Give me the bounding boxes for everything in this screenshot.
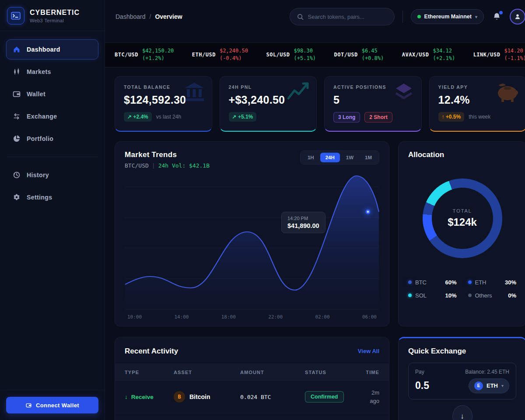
- pay-label: Pay: [415, 369, 424, 375]
- sidebar-item-wallet[interactable]: Wallet: [6, 84, 98, 104]
- search-icon: [297, 14, 304, 20]
- ticker-item-dot[interactable]: DOT/USD $6.45(+0.8%): [334, 47, 384, 63]
- trend-icon: [287, 82, 310, 101]
- ticker-change: (-0.4%): [220, 55, 248, 62]
- piggy-bank-icon: [495, 82, 520, 103]
- ticker-change: (+2.1%): [433, 55, 455, 62]
- legend-item-sol: SOL 10%: [408, 292, 457, 299]
- column-type: TYPE: [125, 370, 174, 375]
- recent-activity-title: Recent Activity: [125, 347, 178, 356]
- sidebar: CYBERNETIC Web3 Terminal Dashboard Marke…: [0, 0, 105, 420]
- connect-wallet-label: Connect Wallet: [36, 402, 79, 409]
- search-box[interactable]: [290, 8, 395, 25]
- arrow-down-icon: ↓: [460, 412, 464, 420]
- sidebar-item-label: Settings: [27, 194, 52, 201]
- sidebar-item-label: Markets: [27, 68, 51, 75]
- allocation-panel: Allocation TOTAL $124k BTC: [398, 141, 525, 326]
- network-selector[interactable]: Ethereum Mainnet ▾: [411, 9, 484, 24]
- chevron-down-icon: ▾: [475, 14, 477, 19]
- stat-cards-row: TOTAL BALANCE $124,592.30 ↗ +2.4% vs las…: [115, 76, 525, 132]
- ticker-price: $42,150.20: [142, 47, 174, 55]
- market-trends-panel: Market Trends BTC/USD|24h Vol: $42.1B 1H…: [115, 141, 389, 326]
- status-badge: Confirmed: [305, 391, 344, 402]
- ticker-item-link[interactable]: LINK/USD $14.20(-1.1%): [473, 47, 525, 63]
- token-selector[interactable]: E ETH ▾: [469, 378, 509, 393]
- topbar-divider: [402, 10, 403, 23]
- tab-1h[interactable]: 1H: [302, 153, 319, 162]
- brand: CYBERNETIC Web3 Terminal: [0, 0, 105, 31]
- connect-wallet-button[interactable]: Connect Wallet: [6, 397, 98, 413]
- notifications-button[interactable]: [492, 11, 502, 22]
- ticker-price: $2,240.50: [220, 47, 248, 55]
- sidebar-nav: Dashboard Markets Wallet Exchange Portfo…: [0, 31, 105, 390]
- ticker-price: $6.45: [362, 47, 384, 55]
- sidebar-item-portfolio[interactable]: Portfolio: [6, 129, 98, 149]
- column-asset: ASSET: [174, 370, 240, 375]
- sidebar-divider: [7, 157, 98, 157]
- sidebar-item-settings[interactable]: Settings: [6, 187, 98, 207]
- app-root: CYBERNETIC Web3 Terminal Dashboard Marke…: [0, 0, 525, 420]
- brand-name: CYBERNETIC: [30, 9, 80, 17]
- sidebar-item-label: Portfolio: [27, 135, 53, 142]
- chart-point-marker: [366, 209, 371, 214]
- history-clock-icon: [13, 171, 21, 179]
- change-badge: ↑ +0.5%: [438, 112, 465, 122]
- gear-icon: [13, 193, 21, 201]
- view-all-link[interactable]: View All: [358, 348, 379, 354]
- network-status-dot: [417, 15, 421, 18]
- column-status: STATUS: [305, 370, 361, 375]
- quick-exchange-panel: Quick Exchange Pay Balance: 2.45 ETH E E…: [398, 337, 525, 420]
- ticker-item-avax[interactable]: AVAX/USD $34.12(+2.1%): [402, 47, 455, 63]
- ticker-item-eth[interactable]: ETH/USD $2,240.50(-0.4%): [192, 47, 248, 63]
- search-input[interactable]: [308, 14, 387, 20]
- user-icon: [514, 13, 521, 20]
- market-trends-subtitle: BTC/USD|24h Vol: $42.1B: [125, 162, 210, 169]
- brand-subtitle: Web3 Terminal: [30, 18, 80, 23]
- legend-dot: [468, 294, 472, 297]
- ticker-change: (-1.1%): [504, 55, 525, 62]
- column-amount: AMOUNT: [240, 370, 305, 375]
- layers-icon: [392, 82, 415, 105]
- stat-card-yield-apy: YIELD APY 12.4% ↑ +0.5% this week: [429, 76, 525, 132]
- candlestick-icon: [13, 68, 21, 76]
- legend-dot: [408, 294, 412, 297]
- change-badge: ↗ +2.4%: [124, 112, 152, 122]
- sidebar-item-exchange[interactable]: Exchange: [6, 106, 98, 126]
- sidebar-item-markets[interactable]: Markets: [6, 62, 98, 82]
- ticker-pair: AVAX/USD: [402, 52, 429, 58]
- stat-card-total-balance: TOTAL BALANCE $124,592.30 ↗ +2.4% vs las…: [115, 76, 212, 132]
- chart-tooltip: 14:20 PM $41,890.00: [281, 212, 326, 233]
- stat-card-active-positions: ACTIVE POSITIONS 5 3 Long 2 Short: [324, 76, 422, 132]
- breadcrumb-section[interactable]: Dashboard: [116, 13, 146, 20]
- change-badge: ↗ +5.1%: [229, 112, 257, 122]
- price-chart[interactable]: 14:20 PM $41,890.00: [125, 175, 379, 311]
- ticker-item-sol[interactable]: SOL/USD $98.30(+5.1%): [266, 47, 316, 63]
- transaction-time: 2m ago: [361, 388, 379, 406]
- token-symbol: ETH: [486, 382, 498, 389]
- market-trends-title: Market Trends: [125, 150, 210, 159]
- home-icon: [13, 46, 21, 53]
- tab-1w[interactable]: 1W: [341, 153, 359, 162]
- avatar[interactable]: [510, 9, 525, 24]
- terminal-logo-icon: [7, 7, 24, 24]
- ticker-price: $14.20: [504, 47, 525, 55]
- sidebar-item-dashboard[interactable]: Dashboard: [6, 39, 98, 60]
- ticker-item-btc[interactable]: BTC/USD $42,150.20(+1.2%): [115, 47, 174, 63]
- legend-dot: [408, 280, 412, 284]
- tab-24h[interactable]: 24H: [320, 153, 340, 162]
- sidebar-item-history[interactable]: History: [6, 165, 98, 185]
- swap-direction-button[interactable]: ↓: [452, 405, 472, 420]
- main-area: Dashboard / Overview Ethereum Mainnet ▾: [105, 0, 525, 420]
- pay-amount-input[interactable]: [415, 380, 450, 392]
- stat-card-24h-pnl: 24H PNL +$3,240.50 ↗ +5.1%: [220, 76, 317, 132]
- ticker-change: (+0.8%): [362, 55, 384, 62]
- column-time: TIME: [361, 370, 379, 375]
- tab-1m[interactable]: 1M: [360, 153, 377, 162]
- activity-row-receive-bitcoin[interactable]: ↓ Receive B Bitcoin 0.024 BTC Confirmed …: [115, 381, 389, 413]
- ticker-pair: SOL/USD: [266, 52, 290, 58]
- bank-icon: [183, 82, 206, 103]
- ticker-pair: DOT/USD: [334, 52, 358, 58]
- donut-center-label: TOTAL: [453, 208, 472, 214]
- ticker-pair: ETH/USD: [192, 52, 216, 58]
- area-chart-canvas: [125, 175, 379, 311]
